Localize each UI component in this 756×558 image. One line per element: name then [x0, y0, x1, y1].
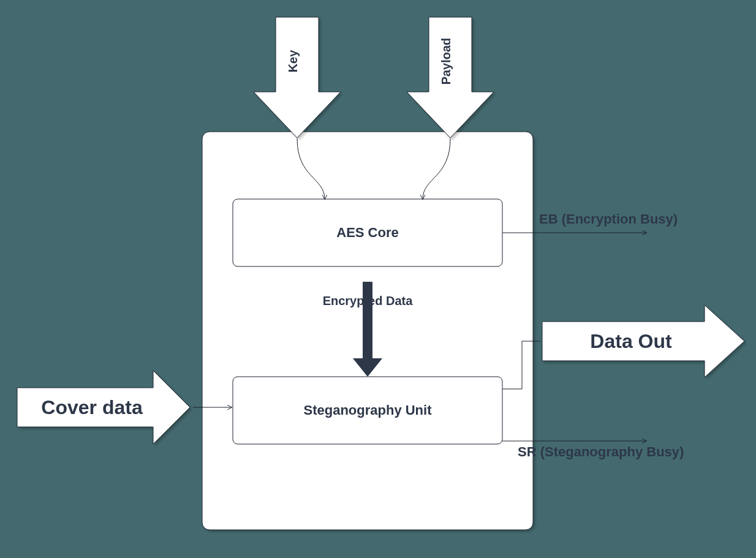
cover-data-label: Cover data — [41, 396, 143, 418]
encrypted-data-label: Encrypted Data — [323, 294, 414, 307]
payload-input-arrow: Payload — [407, 17, 494, 138]
payload-label: Payload — [439, 38, 453, 85]
key-input-arrow: Key — [254, 17, 341, 138]
data-out-label: Data Out — [590, 330, 672, 352]
aes-core-label: AES Core — [336, 225, 398, 240]
key-label: Key — [286, 50, 300, 73]
sr-signal-label: SR (Steganography Busy) — [518, 444, 684, 459]
data-out-arrow: Data Out — [542, 305, 744, 377]
eb-signal-label: EB (Encryption Busy) — [539, 211, 678, 227]
cover-data-arrow: Cover data — [17, 371, 190, 444]
steg-unit-label: Steganography Unit — [303, 402, 432, 418]
